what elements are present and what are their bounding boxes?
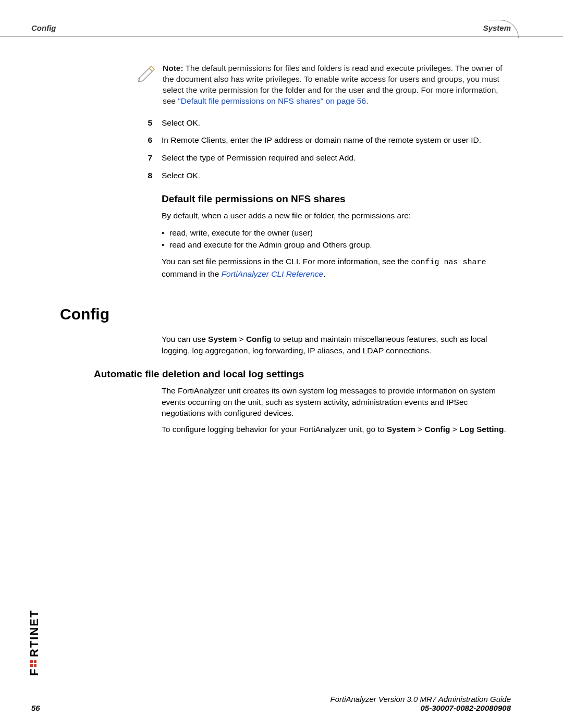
note-link[interactable]: "Default file permissions on NFS shares"… <box>178 96 366 105</box>
nfs-cli-link[interactable]: FortiAnalyzer CLI Reference <box>222 269 324 278</box>
step-text: Select the type of Permission required a… <box>162 152 511 164</box>
nfs-cli-pre: You can set file permissions in the CLI.… <box>162 257 411 266</box>
auto-para2: To configure logging behavior for your F… <box>162 424 511 435</box>
svg-rect-1 <box>30 664 33 667</box>
page-footer: 56 FortiAnalyzer Version 3.0 MR7 Adminis… <box>31 695 511 712</box>
step-number: 8 <box>136 170 162 181</box>
note-label: Note: <box>163 64 183 72</box>
note-block: Note: The default permissions for files … <box>136 63 511 107</box>
note-tail: . <box>366 96 368 105</box>
auto-tail: . <box>504 425 506 434</box>
config-mid1: > <box>237 335 246 343</box>
step-7: 7 Select the type of Permission required… <box>136 152 511 164</box>
config-b1: System <box>208 335 237 343</box>
auto-mid1: > <box>415 425 425 434</box>
header-left: Config <box>31 23 56 32</box>
nfs-cli-para: You can set file permissions in the CLI.… <box>162 256 511 279</box>
heading-auto: Automatic file deletion and local log se… <box>94 368 511 380</box>
fortinet-logo: F RTINET <box>29 572 41 676</box>
nfs-bullet-1: read, write, execute for the owner (user… <box>169 227 511 239</box>
step-number: 7 <box>136 152 162 164</box>
auto-pre: To configure logging behavior for your F… <box>162 425 387 434</box>
auto-mid2: > <box>450 425 460 434</box>
page-header: Config System <box>0 0 563 37</box>
svg-text:F: F <box>29 668 41 676</box>
svg-rect-2 <box>30 660 33 663</box>
nfs-cli-mid: command in the <box>162 269 222 278</box>
nfs-bullet-2: read and execute for the Admin group and… <box>169 239 511 251</box>
nfs-intro: By default, when a user adds a new file … <box>162 210 511 221</box>
auto-b3: Log Setting <box>459 425 504 434</box>
note-icon <box>136 63 156 84</box>
step-5: 5 Select OK. <box>136 117 511 129</box>
step-text: In Remote Clients, enter the IP address … <box>162 134 511 146</box>
page-content: Note: The default permissions for files … <box>0 37 563 435</box>
step-number: 6 <box>136 134 162 146</box>
svg-text:RTINET: RTINET <box>29 610 41 657</box>
svg-rect-4 <box>34 660 36 663</box>
footer-doc-id: 05-30007-0082-20080908 <box>330 704 511 712</box>
auto-b1: System <box>387 425 415 434</box>
auto-para1: The FortiAnalyzer unit creates its own s… <box>162 385 511 418</box>
config-para: You can use System > Config to setup and… <box>162 334 511 356</box>
auto-b2: Config <box>424 425 450 434</box>
heading-config: Config <box>60 305 511 323</box>
footer-doc-title: FortiAnalyzer Version 3.0 MR7 Administra… <box>330 695 511 704</box>
note-text: Note: The default permissions for files … <box>163 63 511 107</box>
config-para-pre: You can use <box>162 335 208 343</box>
heading-nfs: Default file permissions on NFS shares <box>162 193 511 205</box>
nfs-cli-code: config nas share <box>411 258 486 267</box>
svg-rect-3 <box>34 664 36 667</box>
page-number: 56 <box>31 704 40 712</box>
step-number: 5 <box>136 117 162 129</box>
step-text: Select OK. <box>162 170 511 181</box>
footer-right: FortiAnalyzer Version 3.0 MR7 Administra… <box>330 695 511 712</box>
nfs-cli-tail: . <box>323 269 325 278</box>
step-6: 6 In Remote Clients, enter the IP addres… <box>136 134 511 146</box>
config-b2: Config <box>246 335 272 343</box>
step-8: 8 Select OK. <box>136 170 511 181</box>
step-text: Select OK. <box>162 117 511 129</box>
